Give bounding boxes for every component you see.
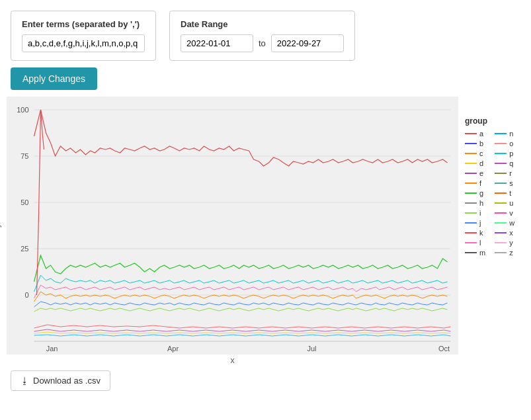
list-item: j <box>465 219 485 227</box>
legend-color-c <box>465 153 477 154</box>
list-item: f <box>465 179 485 187</box>
legend-label: c <box>479 149 483 157</box>
legend-col-right: n o p q r <box>495 130 514 257</box>
legend-color-v <box>495 212 507 214</box>
list-item: x <box>495 229 514 237</box>
list-item: o <box>495 140 514 147</box>
list-item: h <box>465 199 485 207</box>
list-item: y <box>495 239 514 247</box>
legend-label: i <box>479 209 481 217</box>
svg-text:75: 75 <box>20 152 28 160</box>
legend-color-u <box>495 202 507 204</box>
terms-label: Enter terms (separated by ',') <box>22 19 145 29</box>
date-to-input[interactable] <box>271 34 344 52</box>
legend-color-f <box>465 183 477 184</box>
list-item: e <box>465 169 485 177</box>
legend-color-x <box>495 232 507 233</box>
legend-label: j <box>479 219 481 227</box>
list-item: g <box>465 189 485 197</box>
legend-label: h <box>479 199 483 207</box>
legend-color-w <box>495 222 507 224</box>
legend-label: k <box>479 229 483 237</box>
svg-text:Apr: Apr <box>167 345 179 353</box>
legend-label: p <box>509 149 513 157</box>
list-item: u <box>495 199 514 207</box>
legend-label: e <box>479 169 483 177</box>
svg-text:25: 25 <box>20 245 28 253</box>
legend-label: z <box>509 249 513 257</box>
download-label: Download as .csv <box>33 376 101 386</box>
date-from-input[interactable] <box>181 34 253 52</box>
legend-color-g <box>465 192 477 194</box>
legend-color-b <box>465 143 477 144</box>
chart-legend: group a b c d <box>465 97 524 257</box>
list-item: t <box>495 189 514 197</box>
legend-label: d <box>479 159 483 167</box>
legend-color-h <box>465 202 477 204</box>
y-axis-label: y <box>0 224 1 228</box>
list-item: b <box>465 140 485 147</box>
list-item: w <box>495 219 514 227</box>
legend-title: group <box>465 116 524 126</box>
legend-label: w <box>509 219 514 227</box>
legend-color-p <box>495 153 507 154</box>
x-axis-label: x <box>7 356 458 365</box>
list-item: r <box>495 169 514 177</box>
legend-label: y <box>509 239 513 247</box>
legend-label: m <box>479 249 485 257</box>
download-icon: ⭳ <box>20 376 29 386</box>
legend-color-i <box>465 212 477 214</box>
terms-input[interactable] <box>22 34 145 52</box>
legend-label: t <box>509 189 511 197</box>
svg-text:Jul: Jul <box>307 345 316 353</box>
legend-color-z <box>495 252 507 253</box>
apply-changes-button[interactable]: Apply Changes <box>11 67 97 90</box>
legend-color-y <box>495 242 507 243</box>
list-item: q <box>495 159 514 167</box>
legend-color-d <box>465 163 477 164</box>
legend-color-q <box>495 163 507 164</box>
svg-text:50: 50 <box>20 198 28 206</box>
list-item: c <box>465 149 485 157</box>
legend-label: f <box>479 179 481 187</box>
legend-label: s <box>509 179 513 187</box>
svg-text:0: 0 <box>24 291 28 299</box>
chart-area: y 100 75 50 25 0 Jan Apr Jul <box>0 97 531 365</box>
date-separator: to <box>259 38 266 48</box>
download-csv-button[interactable]: ⭳ Download as .csv <box>11 370 110 391</box>
legend-label: u <box>509 199 513 207</box>
terms-control: Enter terms (separated by ',') <box>11 11 156 61</box>
legend-color-l <box>465 242 477 243</box>
legend-label: r <box>509 169 512 177</box>
date-range-label: Date Range <box>181 19 344 29</box>
svg-text:Oct: Oct <box>438 345 450 353</box>
legend-color-t <box>495 192 507 194</box>
chart-container: y 100 75 50 25 0 Jan Apr Jul <box>7 97 458 355</box>
legend-color-e <box>465 173 477 174</box>
legend-color-j <box>465 222 477 224</box>
list-item: z <box>495 249 514 257</box>
legend-color-m <box>465 252 477 253</box>
list-item: a <box>465 130 485 138</box>
legend-label: o <box>509 140 513 147</box>
list-item: i <box>465 209 485 217</box>
list-item: p <box>495 149 514 157</box>
svg-text:100: 100 <box>17 106 28 114</box>
legend-label: n <box>509 130 513 138</box>
legend-color-n <box>495 133 507 134</box>
legend-label: v <box>509 209 513 217</box>
list-item: m <box>465 249 485 257</box>
legend-label: a <box>479 130 483 138</box>
legend-color-o <box>495 143 507 144</box>
legend-color-a <box>465 133 477 134</box>
legend-label: l <box>479 239 481 247</box>
legend-col-left: a b c d e <box>465 130 485 257</box>
list-item: s <box>495 179 514 187</box>
list-item: n <box>495 130 514 138</box>
legend-label: x <box>509 229 513 237</box>
list-item: l <box>465 239 485 247</box>
chart-svg: 100 75 50 25 0 Jan Apr Jul Oct <box>7 97 458 355</box>
legend-label: b <box>479 140 483 147</box>
list-item: k <box>465 229 485 237</box>
legend-label: q <box>509 159 513 167</box>
